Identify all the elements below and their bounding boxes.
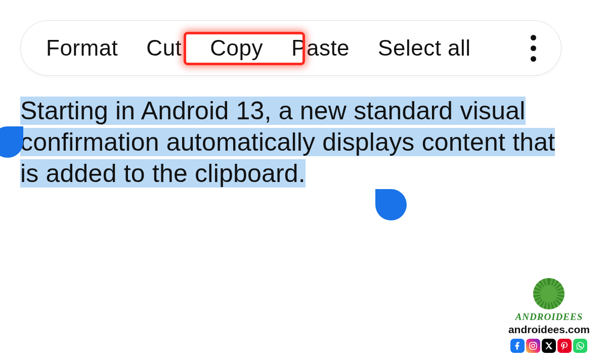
selection-end-handle[interactable] <box>375 189 407 220</box>
watermark: ANDROIDEES androidees.com <box>508 278 590 353</box>
x-twitter-icon <box>542 339 556 353</box>
more-options-icon[interactable] <box>521 35 546 62</box>
watermark-brand: ANDROIDEES <box>515 311 583 323</box>
social-icons <box>510 339 587 353</box>
whatsapp-icon <box>573 339 587 353</box>
svg-point-2 <box>535 343 536 344</box>
selected-text[interactable]: Starting in Android 13, a new standard v… <box>20 97 555 188</box>
svg-point-1 <box>532 344 535 347</box>
facebook-icon <box>510 339 525 353</box>
text-selection-toolbar: Format Cut Copy Paste Select all <box>20 20 561 76</box>
pinterest-icon <box>557 339 572 353</box>
paste-button[interactable]: Paste <box>291 35 350 61</box>
editor-text[interactable]: Starting in Android 13, a new standard v… <box>20 95 577 189</box>
select-all-button[interactable]: Select all <box>378 35 471 61</box>
androidees-logo-icon <box>533 278 565 309</box>
cut-button[interactable]: Cut <box>146 35 182 61</box>
watermark-url: androidees.com <box>508 324 590 336</box>
instagram-icon <box>526 339 540 353</box>
copy-button[interactable]: Copy <box>210 35 263 61</box>
format-button[interactable]: Format <box>46 35 118 61</box>
